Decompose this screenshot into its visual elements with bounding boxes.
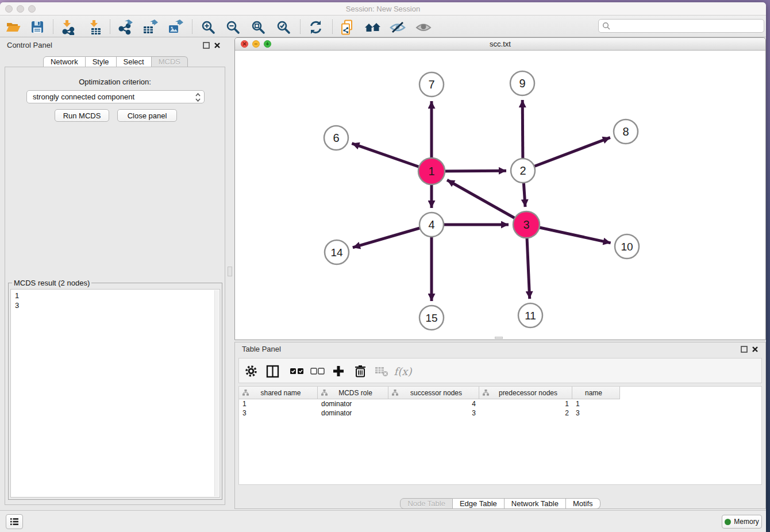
run-mcds-button[interactable]: Run MCDS <box>55 109 109 122</box>
function-builder-icon[interactable]: f(x) <box>395 363 411 379</box>
table-cell[interactable]: 3 <box>388 408 479 418</box>
main-toolbar <box>0 16 766 37</box>
node-6[interactable]: 6 <box>324 126 348 150</box>
tab-node-table[interactable]: Node Table <box>400 498 453 509</box>
toolbar-separator <box>53 20 53 34</box>
task-history-button[interactable] <box>6 514 23 529</box>
node-4[interactable]: 4 <box>419 213 444 237</box>
table-cell[interactable]: 3 <box>239 408 318 418</box>
network-canvas[interactable]: 1234678910111415 <box>235 51 765 340</box>
table-settings-icon[interactable] <box>243 363 259 379</box>
export-image-icon[interactable] <box>167 18 184 36</box>
zoom-out-icon[interactable] <box>224 18 241 36</box>
network-view-title: scc.txt <box>235 40 765 48</box>
node-10[interactable]: 10 <box>615 234 639 259</box>
node-label: 15 <box>425 312 437 324</box>
network-window-titlebar[interactable]: ✕ − + scc.txt <box>235 38 765 51</box>
tab-network[interactable]: Network <box>43 56 86 67</box>
tab-edge-table[interactable]: Edge Table <box>453 498 505 509</box>
node-table[interactable]: shared nameMCDS rolesuccessor nodesprede… <box>238 386 762 485</box>
node-15[interactable]: 15 <box>419 306 444 330</box>
select-all-checks-icon[interactable] <box>288 363 305 379</box>
float-table-panel-icon[interactable] <box>741 346 748 353</box>
column-header-mcds-role[interactable]: MCDS role <box>318 387 388 399</box>
node-14[interactable]: 14 <box>325 240 349 264</box>
tab-mcds[interactable]: MCDS <box>152 56 188 67</box>
table-row[interactable]: 1dominator411 <box>239 399 761 408</box>
table-header-row: shared nameMCDS rolesuccessor nodesprede… <box>239 387 761 399</box>
node-1[interactable]: 1 <box>418 158 445 184</box>
delete-row-icon[interactable] <box>352 363 368 379</box>
close-panel-icon[interactable] <box>214 42 221 49</box>
table-cell[interactable]: 1 <box>479 399 572 408</box>
add-row-icon[interactable] <box>330 363 346 379</box>
node-11[interactable]: 11 <box>518 303 542 327</box>
export-table-icon[interactable] <box>141 18 159 36</box>
clear-all-checks-icon[interactable] <box>309 363 325 379</box>
close-panel-button[interactable]: Close panel <box>117 109 177 122</box>
node-label: 8 <box>622 125 629 138</box>
import-table-icon[interactable] <box>86 18 103 36</box>
dropdown-stepper-icon <box>195 92 201 102</box>
table-cell[interactable]: 1 <box>239 399 318 408</box>
mcds-result-box: MCDS result (2 nodes) 1 3 <box>8 283 222 500</box>
tab-network-table[interactable]: Network Table <box>505 498 566 509</box>
node-9[interactable]: 9 <box>510 71 534 95</box>
show-all-icon[interactable] <box>415 18 432 36</box>
table-cell[interactable]: 2 <box>479 408 572 418</box>
show-columns-icon[interactable] <box>264 363 280 379</box>
memory-button[interactable]: Memory <box>722 515 762 529</box>
search-input[interactable] <box>613 21 764 30</box>
refresh-layout-icon[interactable] <box>307 18 324 36</box>
node-8[interactable]: 8 <box>614 119 638 144</box>
node-3[interactable]: 3 <box>513 211 540 238</box>
control-panel: Control Panel NetworkStyleSelectMCDS Opt… <box>5 41 226 506</box>
node-7[interactable]: 7 <box>419 72 444 97</box>
memory-status-icon <box>725 519 731 525</box>
new-network-from-selection-icon[interactable] <box>339 18 356 36</box>
tab-select[interactable]: Select <box>117 56 152 67</box>
node-label: 1 <box>428 165 434 178</box>
tab-style[interactable]: Style <box>86 56 117 67</box>
save-session-icon[interactable] <box>29 18 46 36</box>
table-toolbar: f(x) <box>238 358 762 383</box>
close-table-panel-icon[interactable] <box>752 346 759 353</box>
main-titlebar[interactable]: Session: New Session <box>0 2 766 16</box>
table-cell[interactable]: 1 <box>572 399 620 408</box>
result-scrollbar[interactable] <box>214 290 219 496</box>
zoom-selected-icon[interactable] <box>275 18 292 36</box>
edge-2-8[interactable] <box>523 137 610 171</box>
table-cell[interactable]: 4 <box>388 399 479 408</box>
import-network-icon[interactable] <box>59 18 76 36</box>
canvas-grip-handle[interactable] <box>495 337 503 339</box>
criterion-dropdown[interactable]: strongly connected component <box>26 90 205 103</box>
node-label: 14 <box>330 246 343 259</box>
delete-table-icon[interactable] <box>374 363 390 379</box>
node-label: 9 <box>519 77 525 90</box>
column-header-name[interactable]: name <box>572 387 620 399</box>
mcds-result-area[interactable]: 1 3 <box>10 289 220 498</box>
column-type-icon <box>242 390 249 396</box>
table-cell[interactable]: 3 <box>572 408 620 418</box>
search-field[interactable] <box>598 19 764 33</box>
node-label: 6 <box>333 132 339 144</box>
app-window: Session: New Session <box>0 2 766 532</box>
tab-motifs[interactable]: Motifs <box>566 498 600 509</box>
open-session-icon[interactable] <box>5 18 22 36</box>
table-row[interactable]: 3dominator323 <box>239 408 761 418</box>
window-title: Session: New Session <box>0 5 766 13</box>
table-cell[interactable]: dominator <box>318 399 388 408</box>
zoom-fit-icon[interactable] <box>249 18 267 36</box>
panel-splitter-handle[interactable] <box>228 267 232 276</box>
table-tabs: Node TableEdge TableNetwork TableMotifs <box>235 498 765 509</box>
export-network-icon[interactable] <box>117 18 134 36</box>
first-neighbors-icon[interactable] <box>364 18 382 36</box>
float-panel-icon[interactable] <box>203 42 210 49</box>
column-header-successor-nodes[interactable]: successor nodes <box>388 387 479 399</box>
node-2[interactable]: 2 <box>511 159 535 183</box>
table-cell[interactable]: dominator <box>318 408 388 418</box>
column-header-shared-name[interactable]: shared name <box>239 387 318 399</box>
column-header-predecessor-nodes[interactable]: predecessor nodes <box>479 387 572 399</box>
hide-selected-icon[interactable] <box>389 18 406 36</box>
zoom-in-icon[interactable] <box>199 18 217 36</box>
